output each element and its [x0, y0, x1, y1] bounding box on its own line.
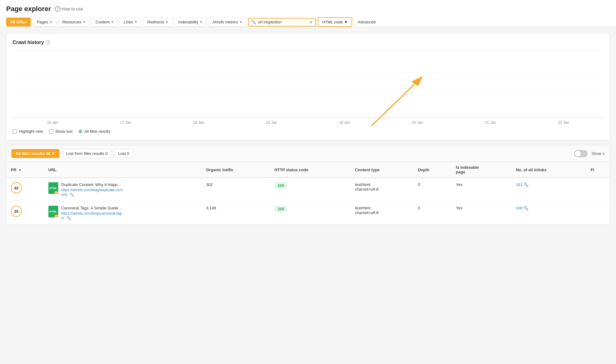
chart-label-0: 16 Jan	[19, 120, 86, 125]
help-circle-icon: ?	[55, 6, 60, 12]
js-badge: JS	[54, 191, 58, 194]
url-cell: HTML JS Canonical Tags: A Simple Guide .…	[44, 201, 202, 225]
redirects-chevron-icon: ▼	[165, 20, 169, 24]
search-icon: 🔍	[251, 20, 256, 24]
links-chevron-icon: ▼	[134, 20, 137, 24]
indexability-chevron-icon: ▼	[200, 20, 203, 24]
html-code-button[interactable]: HTML code ▼	[318, 17, 352, 27]
indexable-cell: Yes	[452, 201, 512, 225]
html-file-icon: HTML JS	[48, 206, 58, 217]
links-button[interactable]: Links ▼	[120, 18, 141, 26]
col-header-inlinks[interactable]: No. of all inlinks	[512, 162, 586, 178]
chart-label-3: 18 Jan	[238, 120, 305, 125]
pr-cell: 35	[6, 201, 44, 225]
advanced-button[interactable]: Advanced	[354, 18, 379, 26]
search-input[interactable]	[258, 20, 307, 24]
col-header-indexable[interactable]: Is indexablepage	[452, 162, 512, 178]
show-columns-label: Show c	[591, 151, 605, 156]
col-header-fi[interactable]: Fi	[586, 162, 610, 178]
url-search-icon[interactable]: 🔍	[67, 216, 71, 220]
resources-button[interactable]: Resources ▼	[58, 18, 90, 26]
page-title-cell: Canonical Tags: A Simple Guide ...	[61, 206, 198, 210]
results-table: PR ▼ URL Organic traffic HTTP status cod…	[6, 162, 610, 225]
results-section: All filter results 10 ▼ Lost from filter…	[6, 145, 610, 225]
depth-cell: 0	[414, 178, 451, 201]
table-row: 42 HTML JS Duplicate Content: Why It Hap…	[6, 178, 610, 201]
all-filter-results-button[interactable]: All filter results 10 ▼	[11, 149, 59, 158]
organic-traffic-cell: 3,148	[202, 201, 270, 225]
show-columns-toggle-area: Show c	[574, 150, 605, 157]
inlinks-link-161[interactable]: 161 🔍	[516, 182, 582, 187]
http-status-cell: 200	[270, 201, 351, 225]
all-filter-results-indicator: All filter results	[79, 129, 110, 134]
html-code-chevron-icon: ▼	[344, 20, 348, 24]
depth-cell: 0	[414, 201, 451, 225]
show-columns-toggle[interactable]	[574, 150, 588, 157]
http-status-cell: 200	[270, 178, 351, 201]
chart-label-7: 22 Jan	[530, 120, 597, 125]
col-header-depth[interactable]: Depth	[414, 162, 451, 178]
fi-cell	[586, 201, 610, 225]
chart-label-5: 20 Jan	[384, 120, 451, 125]
url-cell-text: Duplicate Content: Why It Happ... https:…	[61, 182, 198, 197]
chart-label-1: 17 Jan	[92, 120, 159, 125]
col-header-http-status[interactable]: HTTP status code	[270, 162, 351, 178]
results-toolbar-left: All filter results 10 ▼ Lost from filter…	[11, 149, 133, 158]
chart-labels: 16 Jan 17 Jan 18 Jan 18 Jan 19 Jan 20 Ja…	[13, 118, 603, 125]
all-urls-button[interactable]: All URLs	[6, 18, 31, 26]
all-filter-dot	[79, 130, 82, 133]
how-to-use-link[interactable]: ? How to use	[55, 6, 83, 12]
lost-from-filter-button[interactable]: Lost from filter results 0	[62, 149, 112, 158]
content-button[interactable]: Content ▼	[92, 18, 118, 26]
indexability-button[interactable]: Indexability ▼	[174, 18, 207, 26]
url-cell: HTML JS Duplicate Content: Why It Happ..…	[44, 178, 202, 201]
chart-label-4: 19 Jan	[311, 120, 378, 125]
crawl-history-chart: 16 Jan 17 Jan 18 Jan 18 Jan 19 Jan 20 Ja…	[13, 50, 603, 125]
highlight-new-checkbox[interactable]: Highlight new	[13, 129, 43, 134]
pr-cell: 42	[6, 178, 44, 201]
pages-button[interactable]: Pages ▼	[33, 18, 56, 26]
col-header-content-type[interactable]: Content type	[351, 162, 414, 178]
url-inspection-search[interactable]: 🔍 ✕	[248, 18, 316, 26]
col-header-url[interactable]: URL	[44, 162, 202, 178]
col-header-pr[interactable]: PR ▼	[6, 162, 44, 178]
page-title: Page explorer	[6, 5, 51, 13]
redirects-button[interactable]: Redirects ▼	[143, 18, 173, 26]
sort-icon: ▼	[18, 168, 22, 172]
page-title-cell: Duplicate Content: Why It Happ...	[61, 182, 198, 187]
content-type-cell: text/html;charset=utf-8	[351, 201, 414, 225]
toggle-slider	[574, 150, 588, 157]
table-row: 35 HTML JS Canonical Tags: A Simple Guid…	[6, 201, 610, 225]
inlinks-link-100[interactable]: 100 🔍	[516, 206, 582, 210]
lost-button[interactable]: Lost 0	[114, 149, 133, 158]
html-file-icon: HTML JS	[48, 182, 58, 194]
pr-badge-35: 35	[11, 206, 22, 217]
chart-label-6: 21 Jan	[457, 120, 524, 125]
resources-chevron-icon: ▼	[83, 20, 86, 24]
content-type-cell: text/html;charset=utf-8	[351, 178, 414, 201]
ahrefs-metrics-button[interactable]: Ahrefs metrics ▼	[209, 18, 247, 26]
pr-badge-42: 42	[11, 182, 22, 193]
status-badge-200: 200	[275, 182, 288, 189]
crawl-history-help-icon[interactable]: ?	[46, 40, 51, 45]
indexable-cell: Yes	[452, 178, 512, 201]
all-filter-chevron-icon: ▼	[51, 151, 55, 156]
table-header-row: PR ▼ URL Organic traffic HTTP status cod…	[6, 162, 610, 178]
ahrefs-metrics-chevron-icon: ▼	[239, 20, 243, 24]
filter-checkboxes: Highlight new Show lost All filter resul…	[13, 129, 603, 134]
chart-bars	[16, 50, 600, 118]
crawl-history-title: Crawl history ?	[13, 40, 603, 45]
close-icon[interactable]: ✕	[309, 20, 313, 25]
how-to-use-label: How to use	[62, 6, 83, 11]
pages-chevron-icon: ▼	[49, 20, 52, 24]
chart-bars-container	[13, 50, 603, 118]
inlinks-cell: 161 🔍	[512, 178, 586, 201]
url-search-icon[interactable]: 🔍	[70, 192, 74, 197]
show-lost-checkbox[interactable]: Show lost	[49, 129, 72, 134]
url-cell-text: Canonical Tags: A Simple Guide ... https…	[61, 206, 198, 220]
organic-traffic-cell: 302	[202, 178, 270, 201]
status-badge-200: 200	[275, 206, 288, 212]
fi-cell	[586, 178, 610, 201]
col-header-organic-traffic[interactable]: Organic traffic	[202, 162, 270, 178]
filter-toolbar: All URLs Pages ▼ Resources ▼ Content ▼ L…	[6, 17, 610, 27]
